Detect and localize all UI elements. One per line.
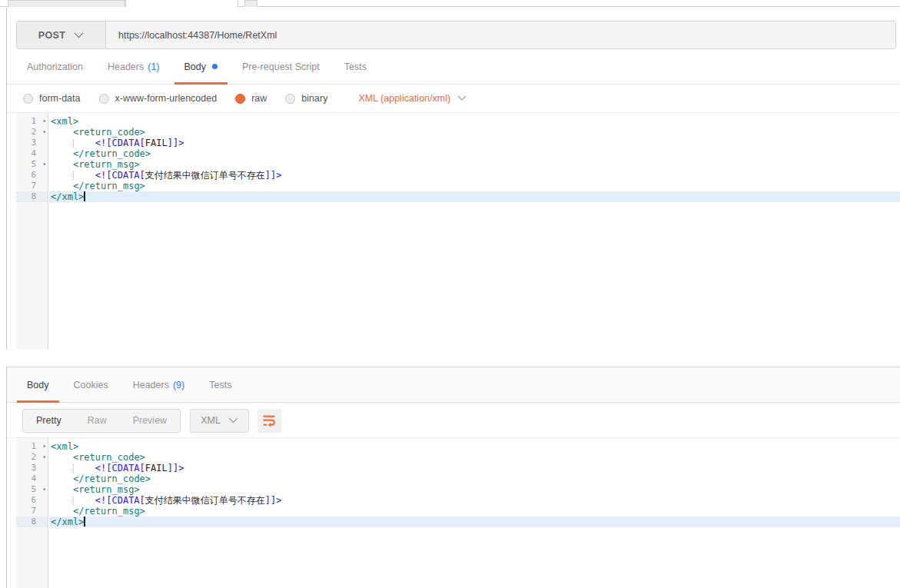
fold-arrow-icon[interactable]: ▾ bbox=[42, 159, 46, 170]
response-body-editor[interactable]: 1▾2▾345▾678<xml> <return_code> <![CDATA[… bbox=[7, 437, 900, 588]
fold-arrow-icon[interactable]: ▾ bbox=[42, 452, 46, 463]
radio-label: binary bbox=[301, 93, 327, 104]
code-token: </return_code> bbox=[73, 473, 151, 484]
code-token bbox=[73, 464, 95, 473]
code-line: <return_msg> bbox=[49, 159, 900, 170]
code-line: </return_code> bbox=[49, 148, 900, 159]
fold-arrow-icon[interactable]: ▾ bbox=[42, 127, 46, 138]
code-line: </return_code> bbox=[49, 473, 900, 484]
code-token: FAIL bbox=[145, 138, 168, 148]
radio-label: x-www-form-urlencoded bbox=[115, 93, 218, 104]
line-number: 8 bbox=[16, 517, 48, 527]
line-number: 7 bbox=[16, 181, 48, 191]
chevron-down-icon bbox=[457, 95, 467, 101]
postman-window: POST https://localhost:44387/Home/RetXml… bbox=[0, 0, 900, 588]
text-cursor bbox=[84, 191, 85, 201]
fold-arrow-icon[interactable]: ▾ bbox=[42, 116, 46, 127]
line-number: 4 bbox=[16, 473, 48, 484]
wrap-lines-button[interactable] bbox=[257, 409, 281, 433]
code-token bbox=[51, 484, 73, 495]
line-number: 4 bbox=[16, 148, 48, 159]
code-token bbox=[73, 497, 95, 505]
active-tab-underline bbox=[17, 400, 59, 403]
method-selector[interactable]: POST bbox=[17, 22, 106, 48]
response-tab-body[interactable]: Body bbox=[17, 367, 59, 402]
code-token bbox=[51, 473, 73, 484]
tab-label: Headers bbox=[133, 380, 169, 390]
line-number: 7 bbox=[16, 506, 48, 517]
request-tab-body[interactable]: Body bbox=[174, 49, 228, 84]
tab-label: Pre-request Script bbox=[242, 61, 320, 72]
code-line: <![CDATA[FAIL]]> bbox=[49, 138, 900, 148]
response-toolbar: PrettyRawPreview XML bbox=[7, 404, 900, 437]
code-token: <xml> bbox=[51, 441, 78, 452]
response-language-selector[interactable]: XML bbox=[190, 409, 249, 433]
line-number: 1▾ bbox=[16, 116, 48, 127]
code-token bbox=[51, 170, 73, 181]
code-line: <return_msg> bbox=[49, 484, 900, 495]
request-panel: POST https://localhost:44387/Home/RetXml… bbox=[6, 8, 900, 350]
line-number: 5▾ bbox=[16, 159, 48, 170]
app-tab-active[interactable] bbox=[125, 0, 238, 8]
content-type-label: XML (application/xml) bbox=[358, 93, 450, 104]
new-tab-button[interactable] bbox=[244, 0, 257, 7]
response-language-label: XML bbox=[201, 415, 221, 426]
app-tab-inactive[interactable] bbox=[8, 0, 125, 7]
code-token: ]]> bbox=[265, 495, 282, 506]
code-token: <xml> bbox=[51, 116, 78, 127]
code-line: <xml> bbox=[49, 116, 900, 127]
tab-label: Body bbox=[27, 380, 49, 390]
request-tab-tests[interactable]: Tests bbox=[334, 49, 377, 84]
code-line: <![CDATA[支付结果中微信订单号不存在]]> bbox=[49, 495, 900, 506]
code-token: <return_code> bbox=[73, 452, 145, 463]
request-body-editor[interactable]: 1▾2▾345▾678<xml> <return_code> <![CDATA[… bbox=[7, 113, 900, 350]
body-mode-binary[interactable]: binary bbox=[285, 93, 327, 104]
code-token bbox=[73, 171, 95, 180]
code-token bbox=[51, 463, 73, 473]
body-mode-form-data[interactable]: form-data bbox=[23, 93, 81, 104]
line-number: 5▾ bbox=[16, 484, 48, 495]
line-number: 1▾ bbox=[16, 441, 48, 452]
response-panel: BodyCookiesHeaders(9)Tests PrettyRawPrev… bbox=[6, 367, 900, 588]
request-tab-pre-request-script[interactable]: Pre-request Script bbox=[232, 49, 330, 84]
code-token: <return_msg> bbox=[73, 159, 140, 170]
code-token: <return_msg> bbox=[73, 484, 140, 495]
view-mode-raw[interactable]: Raw bbox=[75, 410, 120, 432]
radio-label: raw bbox=[251, 93, 267, 104]
code-token: ]]> bbox=[168, 138, 184, 148]
body-mode-x-www-form-urlencoded[interactable]: x-www-form-urlencoded bbox=[99, 93, 218, 104]
code-token bbox=[51, 181, 73, 191]
url-bar: POST https://localhost:44387/Home/RetXml bbox=[16, 21, 896, 49]
tab-label: Tests bbox=[344, 61, 367, 72]
body-mode-row: form-datax-www-form-urlencodedrawbinary … bbox=[7, 85, 900, 113]
method-label: POST bbox=[38, 30, 66, 41]
view-mode-preview[interactable]: Preview bbox=[120, 410, 180, 432]
fold-arrow-icon[interactable]: ▾ bbox=[42, 441, 46, 452]
tab-label: Tests bbox=[209, 380, 231, 390]
view-mode-pretty[interactable]: Pretty bbox=[23, 410, 75, 432]
radio-label: form-data bbox=[39, 93, 81, 104]
code-area: <xml> <return_code> <![CDATA[FAIL]]> </r… bbox=[49, 113, 900, 350]
line-number: 6 bbox=[16, 495, 48, 506]
response-tab-cookies[interactable]: Cookies bbox=[64, 367, 118, 402]
code-token: ]]> bbox=[265, 170, 282, 181]
fold-arrow-icon[interactable]: ▾ bbox=[42, 484, 46, 495]
code-line: <return_code> bbox=[49, 127, 900, 138]
body-mode-raw[interactable]: raw bbox=[235, 93, 267, 104]
request-tab-headers[interactable]: Headers(1) bbox=[98, 49, 170, 84]
tab-count-badge: (9) bbox=[173, 380, 184, 390]
request-tab-authorization[interactable]: Authorization bbox=[17, 49, 93, 84]
response-tab-headers[interactable]: Headers(9) bbox=[123, 367, 195, 402]
response-tab-tests[interactable]: Tests bbox=[199, 367, 241, 402]
content-type-selector[interactable]: XML (application/xml) bbox=[358, 93, 467, 104]
code-token: </return_msg> bbox=[73, 181, 145, 191]
tab-label: Headers bbox=[108, 61, 144, 72]
line-number-gutter: 1▾2▾345▾678 bbox=[16, 113, 48, 350]
response-tabs: BodyCookiesHeaders(9)Tests bbox=[7, 367, 900, 403]
code-token bbox=[51, 127, 73, 138]
code-token bbox=[51, 159, 73, 170]
response-view-switch: PrettyRawPreview bbox=[22, 409, 181, 433]
code-token: </return_code> bbox=[73, 148, 151, 159]
url-input[interactable]: https://localhost:44387/Home/RetXml bbox=[106, 22, 895, 48]
code-line: <xml> bbox=[49, 441, 900, 452]
